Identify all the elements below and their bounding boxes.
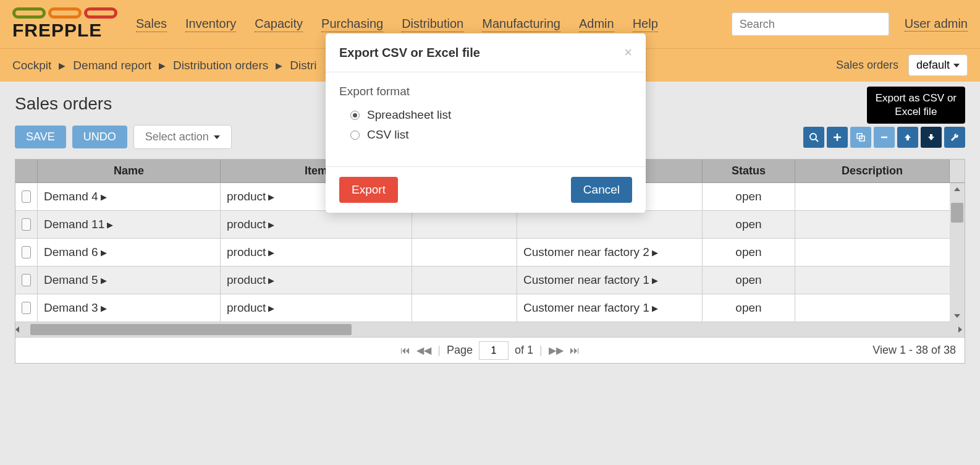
- radio-csv[interactable]: CSV list: [339, 128, 632, 142]
- cell-name: Demand 4: [44, 190, 98, 203]
- row-checkbox[interactable]: [22, 302, 31, 314]
- radio-label: CSV list: [367, 128, 409, 142]
- header-checkbox-col[interactable]: [15, 160, 38, 182]
- select-action-label: Select action: [145, 130, 209, 143]
- export-button[interactable]: [921, 127, 942, 148]
- app-logo[interactable]: FREPPLE: [12, 7, 117, 41]
- scroll-right-icon[interactable]: [958, 326, 962, 333]
- scenario-select[interactable]: default: [908, 54, 968, 76]
- scroll-up-icon[interactable]: [952, 184, 962, 194]
- pager-of-label: of 1: [515, 344, 533, 357]
- nav-capacity[interactable]: Capacity: [255, 17, 303, 32]
- export-confirm-button[interactable]: Export: [339, 177, 398, 203]
- nav-distribution[interactable]: Distribution: [402, 17, 463, 32]
- caret-right-icon[interactable]: ▶: [101, 248, 107, 257]
- row-checkbox[interactable]: [22, 274, 31, 286]
- page-title: Sales orders: [15, 94, 112, 114]
- caret-right-icon[interactable]: ▶: [101, 304, 107, 313]
- cell-customer: Customer near factory 2: [523, 245, 649, 259]
- caret-right-icon[interactable]: ▶: [652, 304, 658, 313]
- pager-page-input[interactable]: [479, 341, 509, 360]
- row-checkbox[interactable]: [22, 190, 31, 203]
- pager-page-label: Page: [447, 344, 473, 357]
- nav-help[interactable]: Help: [633, 17, 658, 32]
- cell-item: product: [227, 273, 266, 287]
- table-row[interactable]: Demand 5▶ product▶ Customer near factory…: [15, 267, 965, 294]
- caret-right-icon[interactable]: ▶: [268, 220, 274, 229]
- nav-manufacturing[interactable]: Manufacturing: [482, 17, 560, 32]
- cell-item: product: [227, 190, 266, 203]
- header-description[interactable]: Description: [795, 160, 950, 182]
- main-nav: Sales Inventory Capacity Purchasing Dist…: [136, 17, 732, 32]
- import-button[interactable]: [897, 127, 918, 148]
- header-name[interactable]: Name: [38, 160, 221, 182]
- chevron-right-icon: ▶: [159, 61, 166, 70]
- caret-right-icon[interactable]: ▶: [268, 248, 274, 257]
- cell-item: product: [227, 301, 266, 315]
- modal-close-button[interactable]: ×: [624, 45, 632, 61]
- pager-view-info: View 1 - 38 of 38: [872, 344, 956, 357]
- cell-name: Demand 6: [44, 245, 98, 259]
- caret-right-icon[interactable]: ▶: [268, 276, 274, 285]
- header-status[interactable]: Status: [703, 160, 795, 182]
- user-menu[interactable]: User admin: [905, 17, 968, 32]
- cell-item: product: [227, 245, 266, 259]
- pager-prev-icon[interactable]: ◀◀: [416, 344, 431, 356]
- nav-purchasing[interactable]: Purchasing: [321, 17, 383, 32]
- select-action-dropdown[interactable]: Select action: [133, 125, 232, 149]
- breadcrumb-distri[interactable]: Distri: [290, 59, 316, 72]
- breadcrumb-cockpit[interactable]: Cockpit: [12, 59, 51, 72]
- save-button[interactable]: SAVE: [15, 126, 66, 148]
- settings-button[interactable]: [944, 127, 965, 148]
- scroll-down-icon[interactable]: [952, 311, 962, 321]
- cell-customer: Customer near factory 1: [523, 273, 649, 287]
- caret-right-icon[interactable]: ▶: [107, 220, 113, 229]
- delete-button[interactable]: [874, 127, 895, 148]
- caret-right-icon[interactable]: ▶: [101, 192, 107, 202]
- svg-line-1: [816, 139, 818, 142]
- radio-icon: [350, 130, 360, 140]
- caret-down-icon: [214, 135, 220, 139]
- nav-sales[interactable]: Sales: [136, 17, 167, 32]
- modal-title: Export CSV or Excel file: [339, 46, 480, 60]
- copy-button[interactable]: [850, 127, 871, 148]
- cell-status: open: [703, 211, 795, 238]
- pager-next-icon[interactable]: ▶▶: [549, 344, 564, 356]
- caret-right-icon[interactable]: ▶: [268, 192, 274, 202]
- breadcrumb-demand-report[interactable]: Demand report: [73, 59, 151, 72]
- scroll-thumb[interactable]: [30, 324, 352, 335]
- cell-status: open: [703, 294, 795, 322]
- radio-label: Spreadsheet list: [367, 108, 451, 122]
- pager-first-icon[interactable]: ⏮: [400, 345, 410, 356]
- arrow-down-icon: [927, 133, 936, 142]
- vertical-scrollbar[interactable]: [950, 183, 965, 322]
- cell-status: open: [703, 183, 795, 210]
- undo-button[interactable]: UNDO: [72, 126, 127, 148]
- add-button[interactable]: [827, 127, 848, 148]
- breadcrumb-distribution-orders[interactable]: Distribution orders: [173, 59, 268, 72]
- radio-spreadsheet[interactable]: Spreadsheet list: [339, 108, 632, 122]
- scroll-left-icon[interactable]: [15, 326, 28, 333]
- caret-right-icon[interactable]: ▶: [101, 276, 107, 285]
- table-row[interactable]: Demand 6▶ product▶ Customer near factory…: [15, 239, 965, 267]
- nav-inventory[interactable]: Inventory: [185, 17, 236, 32]
- table-row[interactable]: Demand 11▶ product▶ open: [15, 211, 965, 239]
- cancel-button[interactable]: Cancel: [571, 177, 632, 203]
- search-icon-button[interactable]: [803, 127, 824, 148]
- search-input[interactable]: [732, 12, 889, 36]
- cell-name: Demand 5: [44, 273, 98, 287]
- caret-right-icon[interactable]: ▶: [268, 304, 274, 313]
- scenario-label: default: [916, 59, 950, 72]
- grid-pager: ⏮ ◀◀ | Page of 1 | ▶▶ ⏭ View 1 - 38 of 3…: [15, 337, 965, 363]
- row-checkbox[interactable]: [22, 246, 31, 258]
- nav-admin[interactable]: Admin: [579, 17, 614, 32]
- caret-right-icon[interactable]: ▶: [652, 276, 658, 285]
- row-checkbox[interactable]: [22, 218, 31, 231]
- caret-right-icon[interactable]: ▶: [652, 248, 658, 257]
- scroll-thumb[interactable]: [951, 203, 963, 223]
- cell-item: product: [227, 218, 266, 231]
- pager-last-icon[interactable]: ⏭: [570, 345, 580, 356]
- table-row[interactable]: Demand 3▶ product▶ Customer near factory…: [15, 294, 965, 322]
- horizontal-scrollbar[interactable]: [15, 322, 965, 337]
- breadcrumb-sales-orders[interactable]: Sales orders: [836, 59, 898, 72]
